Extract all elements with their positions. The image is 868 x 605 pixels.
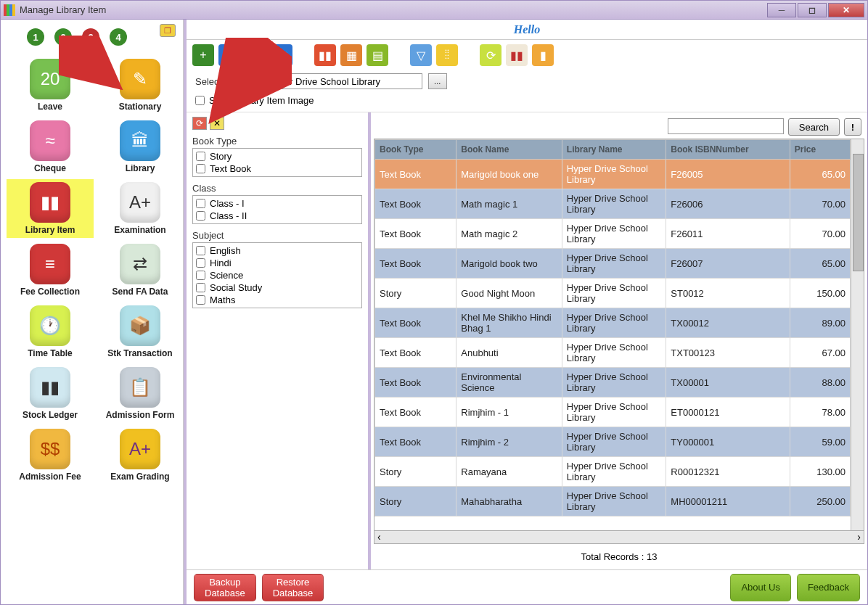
filter-checkbox[interactable]	[196, 211, 205, 221]
show-image-checkbox[interactable]	[195, 96, 205, 105]
sidebar-item-admission-form[interactable]: 📋Admission Form	[97, 364, 184, 423]
filter-checkbox[interactable]	[196, 246, 205, 255]
table-row[interactable]: Text BookMath magic 2Hyper Drive School …	[375, 219, 851, 249]
filter-checkbox[interactable]	[196, 295, 205, 305]
sidebar-label: Admission Form	[106, 410, 175, 420]
table-row[interactable]: Text BookAnubhutiHyper Drive School Libr…	[375, 338, 851, 368]
table-row[interactable]: StoryRamayanaHyper Drive School LibraryR…	[375, 457, 851, 487]
sidebar-icon: 📦	[120, 305, 160, 346]
table-row[interactable]: Text BookRimjhim - 2Hyper Drive School L…	[375, 427, 851, 457]
toolbar-button-12[interactable]: ⟳	[480, 44, 501, 66]
sidebar-item-send-fa-data[interactable]: ⇄Send FA Data	[97, 241, 184, 300]
app-icon	[4, 4, 15, 16]
filter-option[interactable]: Maths	[196, 294, 359, 306]
sidebar-icon: $$	[30, 429, 70, 469]
toolbar-button-0[interactable]: +	[192, 44, 214, 66]
sidebar-label: Admission Fee	[19, 472, 81, 482]
sidebar-item-stationary[interactable]: ✎Stationary	[97, 56, 184, 115]
sidebar-item-stock-ledger[interactable]: ▮▮Stock Ledger	[7, 364, 94, 423]
toolbar-button-7[interactable]: ▤	[367, 44, 388, 66]
table-row[interactable]: Text BookEnvironmental ScienceHyper Driv…	[375, 368, 851, 398]
sidebar-item-library[interactable]: 🏛Library	[97, 118, 184, 176]
show-image-label: Show Library Item Image	[209, 95, 314, 106]
search-input[interactable]	[668, 118, 784, 134]
vertical-scrollbar[interactable]	[851, 139, 864, 530]
grid-col-header[interactable]: Book Type	[375, 140, 456, 160]
filter-option[interactable]: Story	[196, 150, 359, 162]
sidebar-label: Leave	[38, 102, 62, 112]
sidebar-item-leave[interactable]: 20Leave	[7, 56, 94, 115]
step-1[interactable]: 1	[27, 28, 44, 46]
sidebar-icon: ⇄	[120, 244, 160, 284]
step-3[interactable]: 3	[82, 28, 99, 46]
filter-checkbox[interactable]	[196, 199, 205, 208]
table-row[interactable]: Text BookKhel Me Shikho Hindi Bhag 1Hype…	[375, 308, 851, 338]
filter-option[interactable]: Text Book	[196, 162, 359, 175]
toolbar-button-10[interactable]: ⦙⦙	[436, 44, 458, 66]
step-indicators: 1234	[27, 28, 179, 46]
search-button[interactable]: Search	[788, 118, 840, 136]
toolbar-button-3[interactable]: 👥	[271, 44, 292, 66]
toolbar-button-5[interactable]: ▮▮	[314, 44, 336, 66]
filter-checkbox[interactable]	[196, 271, 205, 280]
backup-db-button[interactable]: Backup Database	[194, 574, 256, 601]
step-4[interactable]: 4	[110, 28, 127, 46]
table-row[interactable]: StoryMahabharathaHyper Drive School Libr…	[375, 487, 851, 516]
filter-checkbox[interactable]	[196, 152, 205, 161]
toolbar-button-1[interactable]: ✎	[218, 44, 240, 66]
step-2[interactable]: 2	[54, 28, 72, 46]
filter-option[interactable]: Hindi	[196, 257, 359, 269]
filter-option[interactable]: English	[196, 244, 359, 257]
filter-clear-button[interactable]: ✕	[210, 117, 224, 130]
restore-db-button[interactable]: Restore Database	[262, 574, 324, 601]
toolbar-button-14[interactable]: ▮	[532, 44, 554, 66]
table-row[interactable]: Text BookMarigold book twoHyper Drive Sc…	[375, 249, 851, 279]
table-row[interactable]: Text BookRimjhim - 1Hyper Drive School L…	[375, 398, 851, 427]
sidebar-corner-button[interactable]: ❐	[160, 24, 176, 37]
library-input[interactable]	[264, 73, 422, 89]
filter-option[interactable]: Social Study	[196, 281, 359, 294]
toolbar-button-13[interactable]: ▮▮	[506, 44, 528, 66]
filter-checkbox[interactable]	[196, 258, 205, 268]
feedback-button[interactable]: Feedback	[797, 574, 860, 601]
filter-checkbox[interactable]	[196, 164, 205, 173]
sidebar-item-library-item[interactable]: ▮▮Library Item	[7, 179, 94, 238]
table-row[interactable]: Text BookMath magic 1Hyper Drive School …	[375, 189, 851, 219]
toolbar-button-9[interactable]: ▽	[410, 44, 432, 66]
sidebar-icon: 📋	[120, 367, 160, 408]
toolbar-button-2[interactable]: −	[245, 44, 266, 66]
grid-col-header[interactable]: Library Name	[562, 140, 666, 160]
sidebar-item-cheque[interactable]: ≈Cheque	[7, 118, 94, 176]
sidebar-icon: ▮▮	[30, 367, 70, 408]
close-button[interactable]: ✕	[828, 3, 864, 17]
sidebar-item-exam-grading[interactable]: A+Exam Grading	[97, 426, 184, 485]
filter-checkbox[interactable]	[196, 283, 205, 292]
toolbar-button-6[interactable]: ▦	[340, 44, 362, 66]
toolbar: +✎−👥▮▮▦▤▽⦙⦙⟳▮▮▮	[187, 40, 867, 70]
filter-subject-title: Subject	[192, 229, 362, 242]
grid-col-header[interactable]: Book ISBNNumber	[666, 140, 790, 160]
filter-option[interactable]: Class - II	[196, 210, 359, 222]
table-row[interactable]: StoryGood Night MoonHyper Drive School L…	[375, 279, 851, 308]
sidebar-item-examination[interactable]: A+Examination	[97, 179, 184, 238]
search-exc-button[interactable]: !	[844, 118, 861, 136]
minimize-button[interactable]: ─	[767, 3, 796, 17]
sidebar-item-fee-collection[interactable]: ≡Fee Collection	[7, 241, 94, 300]
filter-option[interactable]: Class - I	[196, 197, 359, 210]
maximize-button[interactable]: ◻	[798, 3, 827, 17]
hello-label: Hello	[514, 23, 540, 36]
filter-option[interactable]: Science	[196, 269, 359, 281]
browse-library-button[interactable]: ...	[428, 73, 447, 89]
sidebar-label: Fee Collection	[20, 287, 80, 297]
filter-refresh-button[interactable]: ⟳	[192, 117, 207, 130]
table-row[interactable]: Text BookMarigold book oneHyper Drive Sc…	[375, 160, 851, 189]
horizontal-scrollbar[interactable]	[374, 531, 864, 544]
sidebar-item-time-table[interactable]: 🕐Time Table	[7, 302, 94, 361]
data-grid[interactable]: Book TypeBook NameLibrary NameBook ISBNN…	[374, 139, 851, 530]
grid-col-header[interactable]: Book Name	[456, 140, 562, 160]
about-us-button[interactable]: About Us	[730, 574, 790, 601]
sidebar-item-stk-transaction[interactable]: 📦Stk Transaction	[97, 302, 184, 361]
sidebar-label: Time Table	[28, 348, 73, 358]
grid-col-header[interactable]: Price	[790, 140, 850, 160]
sidebar-item-admission-fee[interactable]: $$Admission Fee	[7, 426, 94, 485]
